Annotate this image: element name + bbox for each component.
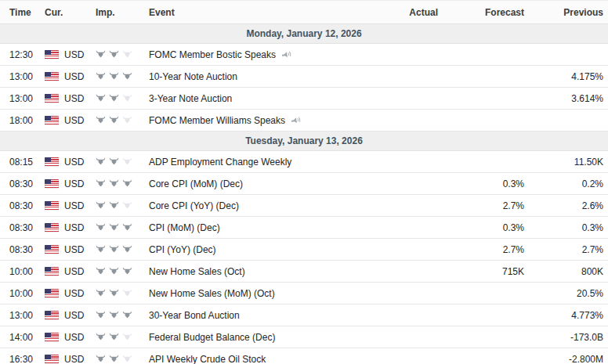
importance-indicator: [96, 50, 149, 59]
bull-icon-inactive: [122, 50, 132, 59]
event-currency: USD: [45, 178, 96, 189]
bull-icon-active: [109, 50, 119, 59]
event-link[interactable]: New Home Sales (Oct): [149, 266, 245, 277]
event-row: 18:00 USD FOMC Member Williams Speaks: [0, 110, 608, 132]
us-flag-icon: [45, 179, 59, 189]
column-header-event: Event: [149, 7, 367, 18]
importance-indicator: [96, 201, 149, 210]
date-group-header: Tuesday, January 13, 2026: [0, 132, 608, 151]
currency-label: USD: [64, 49, 84, 60]
event-time: 13:00: [0, 310, 45, 321]
importance-indicator: [96, 289, 149, 297]
event-link[interactable]: 30-Year Bond Auction: [149, 310, 240, 321]
event-time: 08:30: [0, 200, 45, 211]
event-currency: USD: [45, 222, 96, 233]
currency-label: USD: [64, 244, 84, 255]
importance-indicator: [96, 223, 149, 232]
event-time: 10:00: [0, 288, 45, 299]
bull-icon-active: [109, 355, 119, 363]
bull-icon-active: [122, 267, 132, 276]
event-time: 18:00: [0, 115, 45, 126]
event-name-cell: New Home Sales (Oct): [149, 266, 367, 277]
event-link[interactable]: ADP Employment Change Weekly: [149, 157, 291, 168]
currency-label: USD: [64, 354, 84, 364]
event-name-cell: 30-Year Bond Auction: [149, 310, 367, 321]
us-flag-icon: [45, 50, 59, 59]
importance-indicator: [96, 245, 149, 254]
bull-icon-active: [96, 289, 106, 297]
importance-indicator: [96, 116, 149, 124]
currency-label: USD: [64, 288, 84, 299]
bull-icon-active: [96, 179, 106, 188]
column-header-forecast: Forecast: [438, 7, 524, 18]
date-label: Monday, January 12, 2026: [246, 28, 361, 39]
economic-calendar: TimeCur.Imp.EventActualForecastPrevious …: [0, 0, 608, 364]
bull-icon-active: [122, 72, 132, 81]
event-row: 13:00 USD 30-Year Bond Auction 4.773%: [0, 305, 608, 326]
importance-indicator: [96, 333, 149, 341]
event-link[interactable]: Core CPI (YoY) (Dec): [149, 200, 239, 211]
bull-icon-active: [109, 201, 119, 210]
us-flag-icon: [45, 311, 59, 320]
event-currency: USD: [45, 157, 96, 168]
event-name-cell: Core CPI (YoY) (Dec): [149, 200, 367, 211]
speaker-icon: [291, 117, 301, 124]
event-link[interactable]: Core CPI (MoM) (Dec): [149, 178, 243, 189]
event-currency: USD: [45, 200, 96, 211]
event-row: 10:00 USD New Home Sales (MoM) (Oct) 20.…: [0, 283, 608, 305]
currency-label: USD: [64, 71, 84, 82]
event-row: 08:15 USD ADP Employment Change Weekly 1…: [0, 151, 608, 173]
event-row: 12:30 USD FOMC Member Bostic Speaks: [0, 44, 608, 66]
column-header-cur: Cur.: [45, 7, 96, 18]
event-time: 16:30: [0, 354, 45, 364]
bull-icon-inactive: [122, 116, 132, 124]
previous-value: 20.5%: [524, 288, 608, 299]
event-name-cell: 10-Year Note Auction: [149, 71, 367, 82]
event-link[interactable]: 10-Year Note Auction: [149, 71, 237, 82]
event-row: 10:00 USD New Home Sales (Oct) 715K 800K: [0, 261, 608, 283]
event-link[interactable]: CPI (MoM) (Dec): [149, 222, 220, 233]
event-row: 08:30 USD Core CPI (YoY) (Dec) 2.7% 2.6%: [0, 195, 608, 217]
event-link[interactable]: New Home Sales (MoM) (Oct): [149, 288, 275, 299]
event-time: 08:30: [0, 244, 45, 255]
us-flag-icon: [45, 267, 59, 276]
event-row: 14:00 USD Federal Budget Balance (Dec) -…: [0, 326, 608, 348]
event-link[interactable]: FOMC Member Bostic Speaks: [149, 49, 276, 60]
bull-icon-active: [109, 223, 119, 232]
bull-icon-active: [109, 157, 119, 166]
event-name-cell: FOMC Member Williams Speaks: [149, 115, 367, 126]
event-row: 16:30 USD API Weekly Crude Oil Stock -2.…: [0, 348, 608, 364]
bull-icon-active: [109, 333, 119, 341]
bull-icon-active: [109, 267, 119, 276]
event-currency: USD: [45, 288, 96, 299]
event-link[interactable]: API Weekly Crude Oil Stock: [149, 354, 266, 364]
previous-value: 11.50K: [524, 157, 608, 168]
date-group-header: Monday, January 12, 2026: [0, 24, 608, 44]
bull-icon-active: [96, 333, 106, 341]
event-link[interactable]: CPI (YoY) (Dec): [149, 244, 216, 255]
event-row: 08:30 USD CPI (YoY) (Dec) 2.7% 2.7%: [0, 239, 608, 261]
event-link[interactable]: FOMC Member Williams Speaks: [149, 115, 285, 126]
bull-icon-active: [96, 50, 106, 59]
bull-icon-active: [109, 245, 119, 254]
event-currency: USD: [45, 354, 96, 364]
us-flag-icon: [45, 72, 59, 81]
event-time: 13:00: [0, 71, 45, 82]
date-label: Tuesday, January 13, 2026: [245, 135, 363, 146]
us-flag-icon: [45, 333, 59, 342]
column-header-imp: Imp.: [96, 7, 149, 18]
speaker-icon: [281, 51, 291, 59]
currency-label: USD: [64, 310, 84, 321]
bull-icon-inactive: [122, 157, 132, 166]
us-flag-icon: [45, 201, 59, 211]
bull-icon-active: [109, 94, 119, 103]
event-currency: USD: [45, 49, 96, 60]
bull-icon-active: [109, 72, 119, 81]
forecast-value: 2.7%: [438, 244, 524, 255]
event-link[interactable]: 3-Year Note Auction: [149, 93, 232, 104]
currency-label: USD: [64, 266, 84, 277]
event-currency: USD: [45, 266, 96, 277]
bull-icon-active: [122, 245, 132, 254]
bull-icon-active: [109, 179, 119, 188]
event-link[interactable]: Federal Budget Balance (Dec): [149, 332, 275, 343]
